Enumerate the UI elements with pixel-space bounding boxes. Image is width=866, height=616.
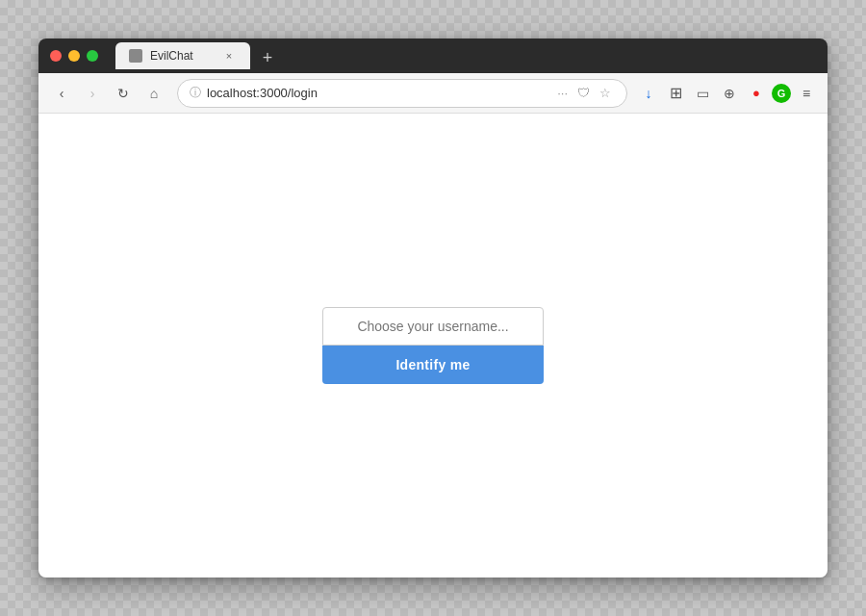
opera-icon[interactable]: ● [745, 82, 768, 105]
identify-me-button[interactable]: Identify me [322, 346, 544, 384]
tab-bar: EvilChat × + [115, 42, 816, 69]
forward-button[interactable]: › [79, 80, 106, 107]
browser-window: EvilChat × + ‹ › ↻ ⌂ ⓘ ··· [38, 38, 828, 578]
username-input[interactable] [322, 307, 544, 346]
home-button[interactable]: ⌂ [140, 80, 167, 107]
sync-tab-icon[interactable]: ▭ [691, 82, 714, 105]
refresh-icon: ↻ [117, 86, 129, 101]
forward-icon: › [90, 86, 95, 101]
home-icon: ⌂ [150, 86, 158, 101]
address-info-icon: ⓘ [190, 85, 201, 101]
bookmark-button[interactable]: ☆ [596, 84, 615, 102]
active-tab[interactable]: EvilChat × [115, 42, 250, 69]
minimize-window-button[interactable] [68, 50, 80, 62]
title-bar: EvilChat × + [38, 38, 828, 73]
library-icon[interactable]: ⊞ [664, 82, 687, 105]
pocket-icon: 🛡 [577, 86, 590, 100]
tab-close-button[interactable]: × [221, 48, 237, 64]
address-input[interactable] [207, 86, 548, 100]
back-icon: ‹ [60, 86, 64, 101]
tab-title: EvilChat [150, 49, 214, 63]
refresh-button[interactable]: ↻ [110, 80, 137, 107]
login-form: Identify me [322, 307, 544, 384]
maximize-window-button[interactable] [87, 50, 98, 62]
tab-favicon [129, 49, 142, 63]
menu-icon[interactable]: ≡ [795, 82, 818, 105]
more-button[interactable]: ··· [553, 84, 572, 102]
back-button[interactable]: ‹ [48, 80, 75, 107]
new-tab-button[interactable]: + [256, 46, 279, 69]
account-icon[interactable]: G [772, 84, 791, 103]
toolbar-right: ↓ ⊞ ▭ ⊕ ● G ≡ [637, 82, 818, 105]
close-window-button[interactable] [50, 50, 62, 62]
nav-bar: ‹ › ↻ ⌂ ⓘ ··· 🛡 ☆ [38, 73, 828, 114]
window-controls [50, 50, 98, 62]
star-icon: ☆ [599, 86, 611, 100]
more-icon: ··· [557, 86, 568, 100]
download-icon[interactable]: ↓ [637, 82, 660, 105]
address-bar-container: ⓘ ··· 🛡 ☆ [177, 79, 627, 108]
page-content: Identify me [38, 114, 828, 578]
address-actions: ··· 🛡 ☆ [553, 84, 615, 102]
pocket-button[interactable]: 🛡 [573, 84, 594, 102]
shield-icon[interactable]: ⊕ [718, 82, 741, 105]
